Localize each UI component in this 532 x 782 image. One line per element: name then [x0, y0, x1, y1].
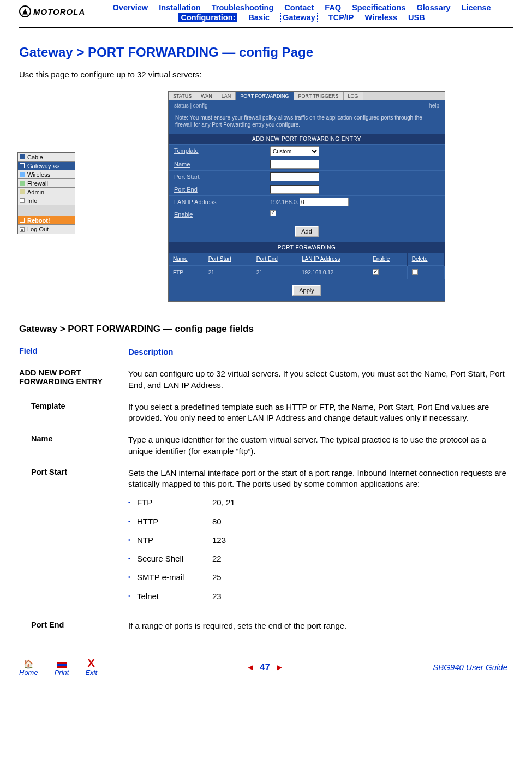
nav-overview[interactable]: Overview [113, 3, 148, 12]
sidebar-panel: Cable Gateway »» Wireless Firewall Admin… [17, 152, 75, 234]
nav-wireless[interactable]: Wireless [365, 13, 398, 22]
page-nav: ◄ 47 ► [97, 662, 433, 673]
print-icon [57, 662, 67, 668]
portend-input[interactable] [270, 185, 319, 194]
label-enable: Enable [169, 208, 267, 220]
th-name: Name [169, 253, 204, 266]
footer: Home Print X Exit ◄ 47 ► SBG940 User Gui… [0, 653, 532, 683]
home-icon [23, 660, 34, 668]
subtab-left[interactable]: status | config [174, 103, 208, 109]
nav-row-2: Configuration: Basic Gateway TCP/IP Wire… [91, 13, 513, 22]
row-portend-desc: If a range of ports is required, sets th… [128, 620, 513, 631]
cell-pend: 21 [252, 266, 297, 280]
apply-button[interactable]: Apply [292, 285, 321, 296]
th-pstart: Port Start [204, 253, 252, 266]
column-description: Description [128, 347, 513, 357]
guide-name: SBG940 User Guide [433, 662, 507, 672]
portstart-input[interactable] [270, 172, 319, 181]
nav-specifications[interactable]: Specifications [352, 3, 405, 12]
th-lan: LAN IP Address [297, 253, 368, 266]
cell-pstart: 21 [204, 266, 252, 280]
note-text: Note: You must ensure your firewall poli… [169, 111, 445, 134]
port-forwarding-table: Name Port Start Port End LAN IP Address … [169, 253, 445, 279]
nav-license[interactable]: License [462, 3, 491, 12]
sidebar-item-wireless[interactable]: Wireless [18, 170, 75, 179]
nav-glossary[interactable]: Glossary [417, 3, 451, 12]
th-delete: Delete [407, 253, 444, 266]
row-portstart: Port Start [19, 468, 128, 476]
template-select[interactable]: Custom [270, 146, 319, 156]
row-name-desc: Type a unique identifier for the custom … [128, 434, 513, 457]
label-portstart: Port Start [169, 171, 267, 183]
tab-port-forwarding[interactable]: PORT FORWARDING [236, 92, 294, 100]
top-nav: MOTOROLA Overview Installation Troublesh… [19, 0, 513, 22]
nav-tcpip[interactable]: TCP/IP [328, 13, 354, 22]
sidebar-item-info[interactable]: iInfo [18, 196, 75, 205]
print-button[interactable]: Print [55, 662, 69, 677]
sidebar-gap [18, 205, 75, 216]
config-tabs: STATUS WAN LAN PORT FORWARDING PORT TRIG… [169, 92, 445, 100]
nav-basic[interactable]: Basic [248, 13, 270, 22]
tab-wan[interactable]: WAN [196, 92, 217, 100]
name-input[interactable] [270, 160, 319, 169]
lanip-prefix: 192.168.0. [270, 199, 298, 205]
exit-button[interactable]: X Exit [85, 658, 97, 677]
divider [19, 27, 513, 28]
label-template: Template [169, 145, 267, 158]
th-pend: Port End [252, 253, 297, 266]
nav-usb[interactable]: USB [408, 13, 425, 22]
row-portend: Port End [19, 620, 128, 629]
logo-text: MOTOROLA [33, 7, 85, 16]
logo: MOTOROLA [19, 3, 85, 17]
intro-text: Use this page to configure up to 32 virt… [19, 70, 513, 79]
nav-faq[interactable]: FAQ [325, 3, 341, 12]
row-enable-checkbox[interactable] [373, 269, 379, 275]
page-title: Gateway > PORT FORWARDING — config Page [19, 45, 513, 60]
sidebar-reboot[interactable]: Reboot! [18, 216, 75, 225]
subtab-row: status | config help [169, 100, 445, 111]
home-button[interactable]: Home [19, 660, 38, 677]
row-delete-checkbox[interactable] [412, 269, 418, 275]
table-row: FTP 21 21 192.168.0.12 [169, 266, 445, 280]
nav-troubleshooting[interactable]: Troubleshooting [212, 3, 274, 12]
tab-port-triggers[interactable]: PORT TRIGGERS [294, 92, 344, 100]
motorola-logo-icon [19, 5, 31, 17]
label-portend: Port End [169, 183, 267, 195]
field-description-table: Field Description ADD NEW PORT FORWARDIN… [19, 347, 513, 631]
tab-log[interactable]: LOG [344, 92, 363, 100]
nav-row-1: Overview Installation Troubleshooting Co… [91, 3, 513, 12]
row-template: Template [19, 402, 128, 410]
sidebar-item-admin[interactable]: Admin [18, 188, 75, 196]
section-port-forwarding: PORT FORWARDING [169, 242, 445, 253]
section-heading: Gateway > PORT FORWARDING — config page … [19, 324, 513, 335]
nav-contact[interactable]: Contact [284, 3, 314, 12]
row-add-new: ADD NEW PORT FORWARDING ENTRY [19, 368, 128, 386]
cell-lan: 192.168.0.12 [297, 266, 368, 280]
row-portstart-desc: Sets the LAN internal interface port or … [128, 468, 513, 610]
row-template-desc: If you select a predefined template such… [128, 402, 513, 424]
row-add-new-desc: You can configure up to 32 virtual serve… [128, 368, 513, 391]
sidebar-logout[interactable]: ×Log Out [18, 225, 75, 234]
tab-lan[interactable]: LAN [217, 92, 236, 100]
column-field: Field [19, 347, 128, 355]
enable-checkbox[interactable] [270, 210, 276, 216]
prev-page-arrow[interactable]: ◄ [244, 662, 256, 672]
nav-installation[interactable]: Installation [159, 3, 201, 12]
next-page-arrow[interactable]: ► [273, 662, 286, 672]
add-button[interactable]: Add [295, 226, 319, 237]
sidebar-item-cable[interactable]: Cable [18, 153, 75, 162]
nav-gateway[interactable]: Gateway [280, 13, 318, 22]
help-link[interactable]: help [429, 103, 439, 109]
configuration-label: Configuration: [178, 13, 237, 22]
exit-icon: X [88, 658, 95, 668]
page-number: 47 [259, 662, 271, 672]
tab-status[interactable]: STATUS [169, 92, 196, 100]
sidebar-item-firewall[interactable]: Firewall [18, 179, 75, 188]
label-name: Name [169, 158, 267, 170]
port-list: •FTP20, 21 •HTTP80 •NTP123 •Secure Shell… [128, 497, 513, 602]
sidebar-item-gateway[interactable]: Gateway »» [18, 162, 75, 170]
section-add-new: ADD NEW PORT FORWARDING ENTRY [169, 134, 445, 144]
lanip-input[interactable] [300, 198, 349, 206]
label-lanip: LAN IP Address [169, 196, 267, 208]
cell-name: FTP [169, 266, 204, 280]
